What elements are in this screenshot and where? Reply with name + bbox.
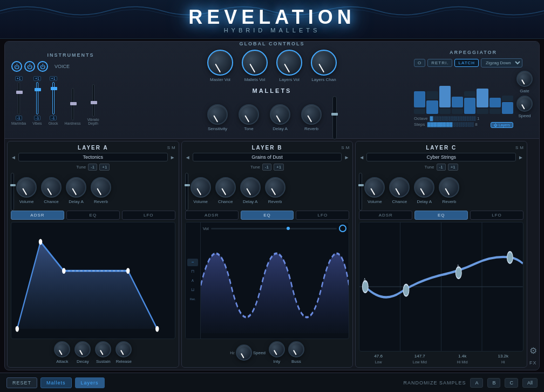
settings-icon[interactable]: ⚙ (529, 346, 537, 356)
fader-track[interactable] (18, 82, 20, 114)
mallets-tab-button[interactable]: Mallets (40, 377, 72, 388)
layer-c-panel: LAYER C S M ◄ Cyber Strings ► Tune -1 +1 (355, 141, 527, 368)
lfo-wave-display: Vol (201, 222, 349, 339)
rand-b-button[interactable]: B (487, 378, 500, 388)
mallets-fader-thumb[interactable] (331, 113, 338, 116)
arp-retrig-btn[interactable]: RETRI. (427, 59, 452, 67)
arp-on-btn[interactable]: O (414, 59, 425, 67)
vol-slider-thumb[interactable] (287, 227, 290, 230)
layer-a-chance-knob[interactable] (41, 177, 62, 198)
rand-c-button[interactable]: C (505, 378, 518, 388)
layers-chan-knob[interactable] (311, 50, 337, 76)
vol-label: Vol (203, 226, 209, 231)
layers-tab-button[interactable]: Layers (75, 377, 105, 388)
layer-c-fader-thumb[interactable] (358, 184, 364, 186)
layer-c-prev[interactable]: ◄ (359, 154, 364, 160)
power-btn-3[interactable]: ⏻ (37, 61, 48, 72)
lfo-type-saw[interactable]: ⊔ (187, 286, 198, 294)
layer-a-reverb-knob[interactable] (91, 177, 111, 198)
layer-a-volume-knob[interactable] (16, 177, 37, 198)
arp-controls: O RETRI. LATCH Zigzag Down (414, 58, 533, 67)
arp-pattern-select[interactable]: Zigzag Down (481, 58, 522, 67)
layer-c-s-btn[interactable]: S (515, 145, 518, 150)
layer-a-fader[interactable] (11, 173, 14, 211)
layer-a-tab-lfo[interactable]: LFO (122, 211, 175, 220)
layer-a-tab-eq[interactable]: EQ (66, 211, 120, 220)
layer-c-next[interactable]: ► (518, 154, 523, 160)
reverb-knob[interactable] (301, 104, 322, 125)
mallets-vol-knob[interactable] (242, 50, 268, 76)
layer-c-delay-knob[interactable] (414, 177, 434, 198)
delay-a-knob[interactable] (270, 104, 290, 125)
layer-c-tab-adsr[interactable]: ADSR (359, 211, 412, 220)
layer-b-reverb-knob[interactable] (265, 177, 285, 198)
layer-a-release-knob[interactable] (115, 341, 132, 357)
layer-b-delay-knob[interactable] (240, 177, 261, 198)
layer-b-tune-plus[interactable]: +1 (274, 164, 284, 171)
layer-b-chance-knob[interactable] (215, 177, 236, 198)
lfo-type-square[interactable]: ⊓ (187, 268, 198, 275)
mallets-fader[interactable] (332, 96, 337, 139)
layer-b-m-btn[interactable]: M (346, 145, 350, 150)
layer-b-next[interactable]: ► (344, 154, 349, 160)
layer-b-tune-minus[interactable]: -1 (262, 164, 271, 171)
layer-b-tab-eq[interactable]: EQ (241, 211, 294, 220)
bottom-bar: RESET Mallets Layers RANDOMIZE SAMPLES A… (0, 373, 544, 392)
layer-b-buss-knob[interactable] (288, 341, 304, 357)
arp-latch-btn[interactable]: LATCH (454, 59, 479, 67)
tone-knob[interactable] (239, 104, 259, 125)
layer-a-tune-minus[interactable]: -1 (88, 164, 97, 171)
sensitivity-knob[interactable] (207, 104, 228, 125)
eq-lowmid-label: Low Mid (413, 360, 427, 364)
rand-a-button[interactable]: A (470, 378, 483, 388)
layer-c-tab-eq[interactable]: EQ (414, 211, 468, 220)
layer-a-prev[interactable]: ◄ (11, 154, 16, 160)
rand-all-button[interactable]: All (522, 378, 538, 388)
layer-a-next[interactable]: ► (170, 154, 175, 160)
lfo-type-sine[interactable]: ~ (187, 259, 198, 266)
layer-c-delay-label: Delay A (417, 199, 432, 204)
power-btn-2[interactable]: ⏻ (24, 61, 35, 72)
layer-a-s-btn[interactable]: S (167, 145, 170, 150)
layer-a-fader-thumb[interactable] (10, 184, 16, 186)
layer-a-tab-adsr[interactable]: ADSR (11, 211, 64, 220)
layer-c-volume-knob[interactable] (364, 177, 385, 198)
gate-knob[interactable] (516, 71, 533, 87)
layer-b-volume-knob[interactable] (191, 177, 211, 198)
steps-value: 8 (475, 122, 477, 127)
layer-c-m-btn[interactable]: M (520, 145, 523, 150)
layer-a-decay-knob[interactable] (74, 341, 91, 357)
vol-slider[interactable] (211, 228, 337, 229)
lfo-type-ret[interactable]: Ret. (187, 295, 198, 303)
layer-b-inty-knob[interactable] (269, 341, 285, 357)
layer-c-fader[interactable] (359, 173, 362, 211)
layer-a-tune-plus[interactable]: +1 (99, 164, 110, 171)
lfo-power-btn[interactable] (339, 225, 346, 232)
layer-c-reverb-knob[interactable] (439, 177, 459, 198)
layer-a-attack-knob[interactable] (54, 341, 70, 357)
layer-b-fader[interactable] (185, 173, 188, 211)
layer-b-prev[interactable]: ◄ (185, 154, 191, 160)
layer-b-fader-thumb[interactable] (185, 184, 190, 186)
layer-c-tune-plus[interactable]: +1 (448, 164, 458, 171)
layer-a-sustain-knob[interactable] (95, 341, 111, 357)
layer-b-s-btn[interactable]: S (341, 145, 344, 150)
layer-a-m-btn[interactable]: M (172, 145, 175, 150)
reset-button[interactable]: RESET (6, 377, 37, 388)
speed-knob[interactable] (516, 96, 533, 112)
layers-vol-knob[interactable] (276, 50, 302, 76)
layer-b-header: LAYER B S M (185, 145, 350, 151)
layer-b-tab-lfo[interactable]: LFO (296, 211, 349, 220)
layer-c-chance-knob[interactable] (389, 177, 410, 198)
layer-b-tab-adsr[interactable]: ADSR (185, 211, 239, 220)
arp-cell[interactable] (414, 91, 425, 107)
fx-label[interactable]: FX (529, 360, 537, 366)
layer-a-delay-knob[interactable] (66, 177, 86, 198)
lfo-type-tri[interactable]: ∧ (187, 277, 198, 285)
power-btn-1[interactable]: ⏻ (11, 61, 22, 72)
layer-c-tune-minus[interactable]: -1 (437, 164, 446, 171)
master-vol-knob[interactable] (207, 50, 233, 76)
fader-thumb[interactable] (16, 91, 23, 94)
layer-b-speed-knob[interactable] (236, 344, 252, 361)
layer-c-tab-lfo[interactable]: LFO (470, 211, 523, 220)
